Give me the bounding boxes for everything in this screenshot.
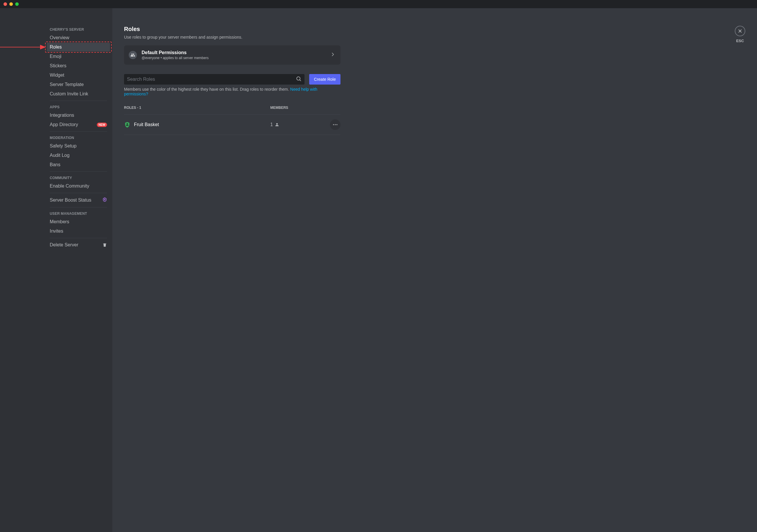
sidebar-item-label: Members xyxy=(50,219,69,225)
roles-count-header: Roles - 1 xyxy=(124,106,270,110)
search-box[interactable] xyxy=(124,74,305,84)
sidebar-divider xyxy=(50,207,107,207)
sidebar-item-audit-log[interactable]: Audit Log xyxy=(47,151,110,160)
close-button[interactable] xyxy=(735,26,745,36)
role-member-count: 1 xyxy=(270,122,323,127)
sidebar-item-label: Invites xyxy=(50,229,63,234)
sidebar-divider xyxy=(50,238,107,238)
svg-point-0 xyxy=(297,77,300,80)
sidebar-item-label: Server Template xyxy=(50,82,84,87)
sidebar-item-label: Widget xyxy=(50,73,64,78)
search-icon xyxy=(296,76,302,83)
sidebar-item-label: Overview xyxy=(50,35,69,40)
server-name-header: Cherry's Server xyxy=(47,26,110,33)
sidebar-item-safety-setup[interactable]: Safety Setup xyxy=(47,141,110,150)
create-role-button[interactable]: Create Role xyxy=(309,74,341,84)
sidebar-divider xyxy=(50,131,107,132)
default-permissions-card[interactable]: Default Permissions @everyone • applies … xyxy=(124,46,341,65)
svg-point-3 xyxy=(335,124,336,125)
boost-icon xyxy=(103,197,107,203)
roles-table-header: Roles - 1 Members xyxy=(124,106,341,115)
sidebar-item-roles[interactable]: Roles xyxy=(47,43,110,51)
sidebar-item-label: Enable Community xyxy=(50,183,89,189)
more-icon xyxy=(332,122,338,128)
window-close-button[interactable] xyxy=(4,2,7,6)
moderation-section-header: Moderation xyxy=(47,134,110,141)
sidebar-item-overview[interactable]: Overview xyxy=(47,33,110,42)
main-content: ESC Roles Use roles to group your server… xyxy=(112,8,757,532)
sidebar-item-label: Stickers xyxy=(50,63,66,69)
sidebar-item-label: Delete Server xyxy=(50,242,78,248)
window-maximize-button[interactable] xyxy=(15,2,19,6)
sidebar-item-app-directory[interactable]: App Directory New xyxy=(47,120,110,129)
sidebar-divider xyxy=(50,101,107,101)
sidebar-divider xyxy=(50,172,107,172)
window-titlebar xyxy=(0,0,757,8)
chevron-right-icon xyxy=(330,51,336,58)
sidebar-item-bans[interactable]: Bans xyxy=(47,160,110,169)
sidebar-item-label: Integrations xyxy=(50,113,74,118)
sidebar-item-enable-community[interactable]: Enable Community xyxy=(47,182,110,191)
sidebar-item-delete-server[interactable]: Delete Server xyxy=(47,240,110,249)
sidebar-item-custom-invite-link[interactable]: Custom Invite Link xyxy=(47,89,110,98)
sidebar-item-server-template[interactable]: Server Template xyxy=(47,80,110,89)
sidebar-item-widget[interactable]: Widget xyxy=(47,71,110,79)
page-title: Roles xyxy=(124,26,341,32)
sidebar-item-label: Custom Invite Link xyxy=(50,91,88,97)
sidebar-item-invites[interactable]: Invites xyxy=(47,227,110,235)
role-name: Fruit Basket xyxy=(134,122,159,127)
sidebar-item-emoji[interactable]: Emoji xyxy=(47,52,110,61)
members-column-header: Members xyxy=(270,106,323,110)
role-row[interactable]: Fruit Basket 1 xyxy=(124,115,341,135)
community-section-header: Community xyxy=(47,174,110,182)
role-more-button[interactable] xyxy=(330,119,341,130)
sidebar-item-stickers[interactable]: Stickers xyxy=(47,61,110,70)
page-subtitle: Use roles to group your server members a… xyxy=(124,35,341,40)
default-permissions-title: Default Permissions xyxy=(141,50,325,55)
sidebar-item-label: Bans xyxy=(50,162,60,168)
close-icon xyxy=(738,28,743,34)
sidebar-item-integrations[interactable]: Integrations xyxy=(47,111,110,120)
svg-point-1 xyxy=(127,123,128,125)
role-shield-icon xyxy=(124,121,131,128)
close-label: ESC xyxy=(736,39,744,43)
sidebar-divider xyxy=(50,193,107,193)
hint-text: Members use the color of the highest rol… xyxy=(124,87,341,96)
settings-sidebar: Cherry's Server Overview Roles Emoji Sti… xyxy=(0,8,112,532)
default-permissions-subtitle: @everyone • applies to all server member… xyxy=(141,56,325,60)
person-icon xyxy=(275,122,279,127)
sidebar-item-label: App Directory xyxy=(50,122,78,127)
sidebar-item-label: Safety Setup xyxy=(50,143,76,149)
svg-point-2 xyxy=(333,124,334,125)
new-badge: New xyxy=(97,123,107,127)
sidebar-item-label: Server Boost Status xyxy=(50,198,91,203)
trash-icon xyxy=(103,243,107,247)
sidebar-item-label: Emoji xyxy=(50,54,61,59)
sidebar-item-server-boost[interactable]: Server Boost Status xyxy=(47,196,110,205)
members-icon xyxy=(129,51,137,59)
user-management-section-header: User Management xyxy=(47,210,110,217)
svg-point-4 xyxy=(336,124,337,125)
sidebar-item-label: Roles xyxy=(50,45,62,50)
window-minimize-button[interactable] xyxy=(9,2,13,6)
sidebar-item-label: Audit Log xyxy=(50,153,70,158)
apps-section-header: Apps xyxy=(47,103,110,111)
sidebar-item-members[interactable]: Members xyxy=(47,217,110,226)
search-input[interactable] xyxy=(127,77,296,82)
